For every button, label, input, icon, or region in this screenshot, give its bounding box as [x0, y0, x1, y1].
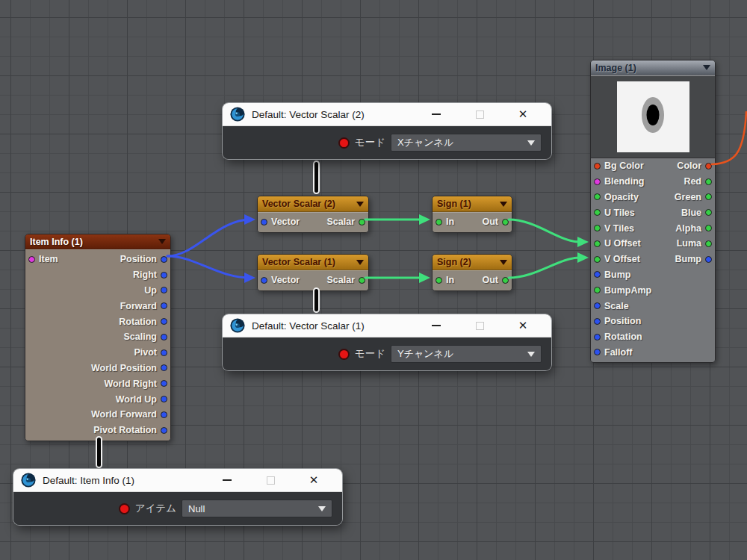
chevron-down-icon[interactable]	[158, 239, 166, 244]
output-port-pivot-rotation[interactable]: Pivot Rotation	[93, 425, 167, 435]
port-dot[interactable]	[161, 411, 167, 418]
port-dot[interactable]	[161, 380, 167, 387]
dialog-vector-scalar-2[interactable]: Default: Vector Scalar (2) ✕ モード Xチャンネル	[223, 103, 551, 159]
dialog-item-info-1[interactable]: Default: Item Info (1) ✕ アイテム Null	[13, 469, 342, 525]
port-dot[interactable]	[161, 334, 167, 340]
dialog-titlebar[interactable]: Default: Item Info (1) ✕	[13, 469, 342, 492]
port-dot[interactable]	[705, 225, 712, 231]
port-dot[interactable]	[28, 256, 35, 263]
node-item-info[interactable]: Item Info (1) Item Position Right Up For…	[25, 234, 171, 441]
node-header[interactable]: Sign (2)	[433, 255, 512, 270]
minimize-button[interactable]	[211, 469, 244, 492]
port-dot[interactable]	[594, 209, 601, 216]
chevron-down-icon[interactable]	[703, 65, 710, 70]
chevron-down-icon[interactable]	[500, 260, 507, 265]
node-editor-canvas[interactable]: Item Info (1) Item Position Right Up For…	[0, 0, 747, 560]
node-image-1[interactable]: Image (1) Bg Color Color Blending Red Op…	[590, 60, 716, 363]
output-port-blue[interactable]: Blue	[681, 208, 712, 218]
input-port-opacity[interactable]: Opacity	[594, 192, 639, 202]
port-dot[interactable]	[502, 277, 509, 284]
close-button[interactable]: ✕	[506, 314, 539, 337]
port-dot[interactable]	[594, 240, 601, 247]
port-dot[interactable]	[436, 277, 442, 284]
port-dot[interactable]	[161, 287, 167, 293]
node-vector-scalar-2[interactable]: Vector Scalar (2) Vector Scalar	[257, 196, 369, 233]
output-port-alpha[interactable]: Alpha	[675, 223, 712, 234]
input-port-item[interactable]: Item	[28, 254, 58, 264]
output-port-out[interactable]: Out	[482, 275, 509, 285]
port-dot[interactable]	[705, 240, 712, 247]
input-port-in[interactable]: In	[436, 275, 454, 285]
port-dot[interactable]	[594, 302, 601, 309]
maximize-button[interactable]	[254, 469, 287, 492]
output-port-scaling[interactable]: Scaling	[124, 332, 167, 342]
output-port-green[interactable]: Green	[675, 192, 712, 202]
port-dot[interactable]	[359, 219, 365, 225]
port-dot[interactable]	[161, 318, 167, 325]
minimize-button[interactable]	[420, 314, 453, 337]
node-header[interactable]: Image (1)	[591, 60, 715, 75]
envelope-indicator-icon[interactable]	[338, 137, 350, 149]
minimize-button[interactable]	[420, 103, 453, 126]
port-dot[interactable]	[594, 349, 601, 355]
port-dot[interactable]	[594, 287, 601, 293]
input-port-bump[interactable]: Bump	[594, 270, 630, 280]
port-dot[interactable]	[161, 396, 167, 402]
output-port-world-up[interactable]: World Up	[116, 394, 167, 405]
envelope-indicator-icon[interactable]	[338, 349, 350, 360]
port-dot[interactable]	[161, 256, 167, 263]
input-port-rotation[interactable]: Rotation	[594, 332, 642, 342]
port-dot[interactable]	[705, 209, 712, 216]
chevron-down-icon[interactable]	[356, 260, 364, 265]
port-dot[interactable]	[594, 178, 601, 185]
port-dot[interactable]	[359, 277, 365, 284]
port-dot[interactable]	[594, 225, 601, 231]
input-port-position[interactable]: Position	[594, 316, 641, 326]
port-dot[interactable]	[705, 256, 712, 263]
output-port-right[interactable]: Right	[133, 270, 167, 280]
node-header[interactable]: Vector Scalar (2)	[258, 196, 368, 212]
output-port-red[interactable]: Red	[684, 176, 712, 187]
port-dot[interactable]	[161, 427, 167, 434]
input-port-bg-color[interactable]: Bg Color	[594, 161, 644, 171]
port-dot[interactable]	[502, 219, 509, 225]
port-dot[interactable]	[705, 193, 712, 200]
maximize-button[interactable]	[463, 103, 496, 126]
output-port-world-forward[interactable]: World Forward	[91, 409, 167, 420]
dialog-titlebar[interactable]: Default: Vector Scalar (1) ✕	[223, 314, 551, 337]
node-sign-2[interactable]: Sign (2) In Out	[432, 254, 512, 291]
input-port-blending[interactable]: Blending	[594, 176, 644, 187]
mode-dropdown[interactable]: Xチャンネル	[391, 134, 542, 152]
output-port-color[interactable]: Color	[677, 161, 712, 171]
input-port-vector[interactable]: Vector	[261, 275, 300, 285]
input-port-v-offset[interactable]: V Offset	[594, 254, 640, 264]
output-port-world-position[interactable]: World Position	[91, 363, 167, 373]
port-dot[interactable]	[436, 219, 442, 225]
port-dot[interactable]	[161, 349, 167, 356]
port-dot[interactable]	[594, 271, 601, 278]
chevron-down-icon[interactable]	[500, 202, 507, 207]
output-port-rotation[interactable]: Rotation	[119, 317, 167, 327]
node-header[interactable]: Item Info (1)	[25, 234, 170, 249]
output-port-luma[interactable]: Luma	[677, 238, 712, 249]
input-port-vector[interactable]: Vector	[261, 217, 300, 227]
output-port-out[interactable]: Out	[482, 217, 509, 227]
input-port-bumpamp[interactable]: BumpAmp	[594, 285, 651, 296]
output-port-position[interactable]: Position	[120, 254, 167, 264]
dialog-titlebar[interactable]: Default: Vector Scalar (2) ✕	[223, 103, 551, 126]
port-dot[interactable]	[161, 272, 167, 279]
input-port-scale[interactable]: Scale	[594, 301, 629, 311]
node-sign-1[interactable]: Sign (1) In Out	[432, 196, 512, 233]
item-dropdown[interactable]: Null	[182, 500, 332, 517]
node-vector-scalar-1[interactable]: Vector Scalar (1) Vector Scalar	[257, 254, 369, 291]
port-dot[interactable]	[705, 178, 712, 185]
port-dot[interactable]	[594, 334, 601, 340]
chevron-down-icon[interactable]	[356, 202, 364, 207]
input-port-in[interactable]: In	[436, 217, 454, 227]
output-port-up[interactable]: Up	[144, 285, 167, 296]
output-port-scalar[interactable]: Scalar	[326, 217, 365, 227]
port-dot[interactable]	[261, 219, 267, 225]
port-dot[interactable]	[161, 302, 167, 309]
output-port-world-right[interactable]: World Right	[104, 379, 167, 389]
input-port-u-tiles[interactable]: U Tiles	[594, 208, 635, 218]
